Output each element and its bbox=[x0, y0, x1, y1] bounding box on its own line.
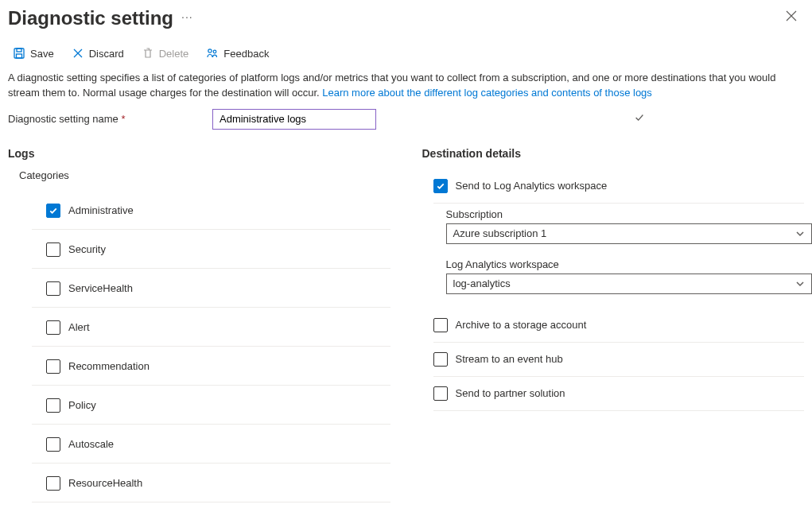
chevron-down-icon bbox=[795, 229, 805, 239]
feedback-icon bbox=[206, 47, 219, 60]
dest-storage-row: Archive to a storage account bbox=[433, 308, 805, 343]
required-indicator: * bbox=[121, 113, 125, 125]
checkbox-category-administrative[interactable] bbox=[46, 204, 60, 218]
checkbox-storage[interactable] bbox=[433, 318, 448, 332]
save-icon bbox=[13, 47, 25, 60]
discard-icon bbox=[72, 47, 84, 60]
checkbox-category-resourcehealth[interactable] bbox=[46, 476, 60, 491]
delete-button: Delete bbox=[142, 47, 189, 60]
checkbox-category-servicehealth[interactable] bbox=[46, 281, 60, 296]
learn-more-link[interactable]: Learn more about the different log categ… bbox=[322, 87, 652, 99]
category-row: Alert bbox=[32, 308, 390, 347]
page-title: Diagnostic setting bbox=[8, 7, 173, 29]
dest-log-analytics-label: Send to Log Analytics workspace bbox=[456, 180, 608, 192]
description-text: A diagnostic setting specifies a list of… bbox=[8, 71, 803, 101]
dest-log-analytics-row: Send to Log Analytics workspace bbox=[433, 169, 805, 203]
dest-partner-label: Send to partner solution bbox=[456, 387, 565, 399]
discard-button[interactable]: Discard bbox=[72, 47, 124, 60]
dest-storage-label: Archive to a storage account bbox=[456, 319, 587, 331]
category-label: ServiceHealth bbox=[68, 282, 133, 294]
svg-point-3 bbox=[208, 49, 212, 52]
category-row: Autoscale bbox=[32, 425, 390, 464]
dest-eventhub-label: Stream to an event hub bbox=[456, 353, 563, 365]
logs-heading: Logs bbox=[8, 147, 390, 160]
svg-point-4 bbox=[213, 50, 216, 53]
toolbar: Save Discard Delete Feedback bbox=[8, 44, 804, 71]
feedback-button[interactable]: Feedback bbox=[206, 47, 269, 60]
category-row: ResourceHealth bbox=[32, 464, 390, 502]
category-label: Security bbox=[68, 243, 106, 255]
more-icon[interactable]: ··· bbox=[181, 10, 193, 26]
checkmark-icon bbox=[634, 112, 645, 126]
checkbox-eventhub[interactable] bbox=[433, 352, 448, 367]
category-label: Recommendation bbox=[68, 360, 150, 372]
trash-icon bbox=[142, 47, 154, 60]
dest-eventhub-row: Stream to an event hub bbox=[433, 343, 805, 377]
setting-name-label: Diagnostic setting name * bbox=[8, 113, 211, 125]
save-button[interactable]: Save bbox=[13, 47, 54, 60]
subscription-label: Subscription bbox=[446, 208, 805, 220]
subscription-select[interactable]: Azure subscription 1 bbox=[446, 223, 812, 244]
svg-rect-1 bbox=[17, 48, 21, 52]
checkbox-log-analytics[interactable] bbox=[433, 179, 448, 193]
category-label: Administrative bbox=[68, 204, 134, 216]
checkbox-category-security[interactable] bbox=[46, 242, 60, 257]
destination-section: Destination details Send to Log Analytic… bbox=[422, 145, 805, 502]
checkbox-category-alert[interactable] bbox=[46, 320, 60, 335]
chevron-down-icon bbox=[795, 279, 805, 289]
close-button[interactable] bbox=[779, 6, 804, 29]
svg-rect-2 bbox=[17, 54, 22, 58]
category-label: ResourceHealth bbox=[68, 477, 142, 489]
category-label: Policy bbox=[68, 399, 96, 411]
category-row: Security bbox=[32, 230, 390, 269]
checkbox-category-autoscale[interactable] bbox=[46, 437, 60, 452]
checkbox-category-recommendation[interactable] bbox=[46, 359, 60, 374]
category-label: Autoscale bbox=[68, 438, 114, 450]
category-row: Administrative bbox=[32, 191, 390, 230]
checkbox-partner[interactable] bbox=[433, 386, 448, 401]
logs-section: Logs Categories AdministrativeSecuritySe… bbox=[8, 145, 390, 502]
destination-heading: Destination details bbox=[422, 147, 805, 160]
svg-rect-0 bbox=[14, 48, 24, 58]
category-row: Recommendation bbox=[32, 347, 390, 386]
category-row: Policy bbox=[32, 386, 390, 425]
checkbox-category-policy[interactable] bbox=[46, 398, 60, 413]
category-row: ServiceHealth bbox=[32, 269, 390, 308]
workspace-label: Log Analytics workspace bbox=[446, 258, 805, 270]
workspace-select[interactable]: log-analytics bbox=[446, 274, 812, 294]
setting-name-input[interactable] bbox=[212, 109, 376, 130]
setting-name-row: Diagnostic setting name * bbox=[8, 109, 804, 130]
categories-heading: Categories bbox=[19, 169, 390, 181]
category-label: Alert bbox=[68, 321, 90, 333]
header: Diagnostic setting ··· bbox=[8, 6, 804, 29]
dest-partner-row: Send to partner solution bbox=[433, 377, 805, 411]
